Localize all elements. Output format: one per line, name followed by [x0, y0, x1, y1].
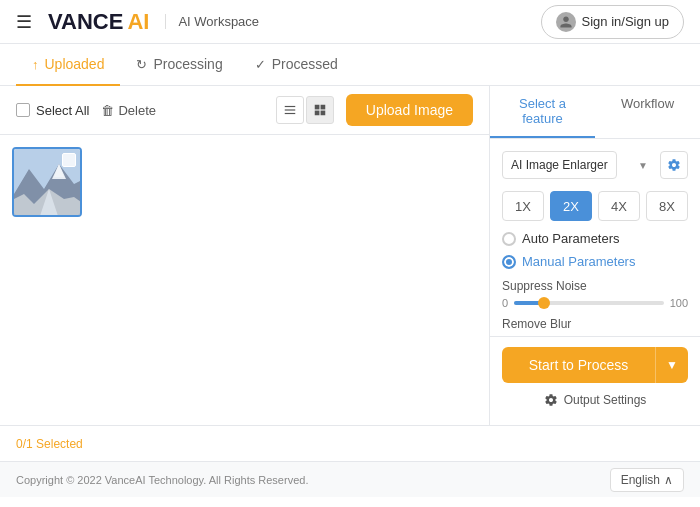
processed-icon: ✓ — [255, 57, 266, 72]
output-settings-label: Output Settings — [564, 393, 647, 407]
selected-count: 0/1 Selected — [16, 437, 83, 451]
start-process-button[interactable]: Start to Process — [502, 347, 655, 383]
tab-processed[interactable]: ✓ Processed — [239, 44, 354, 86]
sign-in-button[interactable]: Sign in/Sign up — [541, 5, 684, 39]
toolbar: Select All 🗑 Delete Upload Image — [0, 86, 489, 135]
feature-content: AI Image Enlarger ▼ 1X 2X 4X 8X Auto Par… — [490, 139, 700, 336]
action-bar: Start to Process ▼ Output Settings — [490, 336, 700, 425]
workspace-label: AI Workspace — [165, 14, 259, 29]
upload-image-button[interactable]: Upload Image — [346, 94, 473, 126]
delete-label: Delete — [118, 103, 156, 118]
trash-icon: 🗑 — [101, 103, 114, 118]
avatar-icon — [556, 12, 576, 32]
main-tabs: ↑ Uploaded ↻ Processing ✓ Processed — [0, 44, 700, 86]
tab-workflow[interactable]: Workflow — [595, 86, 700, 138]
footer: Copyright © 2022 VanceAI Technology. All… — [0, 461, 700, 497]
output-settings-button[interactable]: Output Settings — [502, 385, 688, 415]
scale-options: 1X 2X 4X 8X — [502, 191, 688, 221]
tab-uploaded-label: Uploaded — [45, 56, 105, 72]
scale-1x-button[interactable]: 1X — [502, 191, 544, 221]
settings-gear-button[interactable] — [660, 151, 688, 179]
feature-select-row: AI Image Enlarger ▼ — [502, 151, 688, 179]
view-toggle — [276, 96, 334, 124]
select-all-label[interactable]: Select All — [16, 103, 89, 118]
svg-rect-0 — [285, 106, 296, 107]
header-left: ☰ VANCEAI AI Workspace — [16, 9, 259, 35]
header: ☰ VANCEAI AI Workspace Sign in/Sign up — [0, 0, 700, 44]
right-tabs: Select a feature Workflow — [490, 86, 700, 139]
tab-uploaded[interactable]: ↑ Uploaded — [16, 44, 120, 86]
select-all-text: Select All — [36, 103, 89, 118]
auto-params-label: Auto Parameters — [522, 231, 620, 246]
chevron-up-icon: ∧ — [664, 473, 673, 487]
svg-rect-3 — [315, 105, 320, 110]
tab-select-feature[interactable]: Select a feature — [490, 86, 595, 138]
tab-processed-label: Processed — [272, 56, 338, 72]
copyright-text: Copyright © 2022 VanceAI Technology. All… — [16, 474, 308, 486]
feature-select[interactable]: AI Image Enlarger — [502, 151, 617, 179]
param-type-group: Auto Parameters Manual Parameters — [502, 231, 688, 269]
right-panel: Select a feature Workflow AI Image Enlar… — [490, 86, 700, 425]
images-grid — [0, 135, 489, 425]
delete-button[interactable]: 🗑 Delete — [101, 103, 156, 118]
suppress-noise-slider-row: 0 100 — [502, 297, 688, 309]
tab-processing-label: Processing — [153, 56, 222, 72]
slider-min: 0 — [502, 297, 508, 309]
slider-max: 100 — [670, 297, 688, 309]
scale-8x-button[interactable]: 8X — [646, 191, 688, 221]
logo: VANCEAI — [48, 9, 149, 35]
image-thumbnail[interactable] — [12, 147, 82, 217]
svg-rect-2 — [285, 113, 296, 114]
auto-params-option[interactable]: Auto Parameters — [502, 231, 688, 246]
select-all-checkbox[interactable] — [16, 103, 30, 117]
scale-4x-button[interactable]: 4X — [598, 191, 640, 221]
manual-params-label: Manual Parameters — [522, 254, 635, 269]
status-bar: 0/1 Selected — [0, 425, 700, 461]
process-btn-group: Start to Process ▼ — [502, 347, 688, 383]
process-dropdown-button[interactable]: ▼ — [655, 347, 688, 383]
logo-vance: VANCE — [48, 9, 123, 35]
count-value: 0/1 — [16, 437, 33, 451]
svg-rect-1 — [285, 109, 296, 110]
auto-params-radio[interactable] — [502, 232, 516, 246]
language-label: English — [621, 473, 660, 487]
svg-rect-5 — [315, 111, 320, 116]
tab-processing[interactable]: ↻ Processing — [120, 44, 238, 86]
manual-params-radio[interactable] — [502, 255, 516, 269]
noise-slider-track[interactable] — [514, 301, 664, 305]
list-view-button[interactable] — [276, 96, 304, 124]
menu-icon[interactable]: ☰ — [16, 11, 32, 33]
grid-view-button[interactable] — [306, 96, 334, 124]
left-panel: Select All 🗑 Delete Upload Image — [0, 86, 490, 425]
svg-rect-6 — [320, 111, 325, 116]
logo-ai: AI — [127, 9, 149, 35]
upload-icon: ↑ — [32, 57, 39, 72]
image-checkbox[interactable] — [62, 153, 76, 167]
svg-rect-4 — [320, 105, 325, 110]
scale-2x-button[interactable]: 2X — [550, 191, 592, 221]
sign-in-label: Sign in/Sign up — [582, 14, 669, 29]
selected-label: Selected — [36, 437, 83, 451]
slider-thumb[interactable] — [538, 297, 550, 309]
main-content: Select All 🗑 Delete Upload Image — [0, 86, 700, 425]
manual-params-option[interactable]: Manual Parameters — [502, 254, 688, 269]
suppress-noise-label: Suppress Noise — [502, 279, 688, 293]
processing-icon: ↻ — [136, 57, 147, 72]
remove-blur-label: Remove Blur — [502, 317, 688, 331]
language-button[interactable]: English ∧ — [610, 468, 684, 492]
